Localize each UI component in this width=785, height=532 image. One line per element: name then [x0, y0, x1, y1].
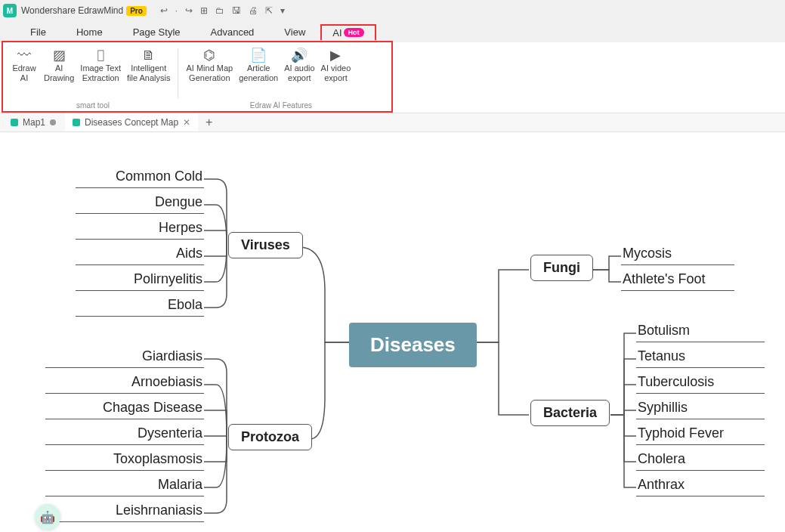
close-icon[interactable]: ✕	[183, 117, 190, 128]
menu-bar: File Home Page Style Advanced View AI Ho…	[0, 21, 785, 42]
new-icon[interactable]: ⊞	[200, 5, 208, 16]
ribbon-group1-label: smart tool	[3, 101, 183, 110]
leaf-polirnyelitis[interactable]: Polirnyelitis	[76, 270, 204, 291]
menu-ai[interactable]: AI Hot	[320, 24, 376, 40]
title-bar: M Wondershare EdrawMind Pro ↩ · ↪ ⊞ 🗀 🖫 …	[0, 0, 785, 21]
leaf-common-cold[interactable]: Common Cold	[76, 167, 204, 188]
menu-home[interactable]: Home	[61, 23, 118, 41]
doc-icon	[73, 119, 80, 126]
ribbon-video-export[interactable]: ▶AI videoexport	[318, 45, 354, 101]
leaf-syphillis[interactable]: Syphillis	[636, 398, 765, 419]
ribbon-image-text[interactable]: ⌷Image TextExtraction	[77, 45, 124, 101]
audio-icon: 🔊	[291, 47, 308, 63]
tab-label: Diseases Concept Map	[85, 117, 178, 128]
export-icon[interactable]: ⇱	[265, 5, 273, 16]
tab-map1[interactable]: Map1	[3, 113, 63, 131]
topic-viruses[interactable]: Viruses	[228, 232, 303, 258]
leaf-dengue[interactable]: Dengue	[76, 193, 204, 214]
ai-assistant-button[interactable]: 🤖	[35, 504, 60, 530]
menu-advanced[interactable]: Advanced	[196, 23, 270, 41]
article-icon: 📄	[250, 47, 267, 63]
leaf-malaria[interactable]: Malaria	[45, 475, 204, 496]
undo-icon[interactable]: ↩	[160, 5, 168, 16]
leaf-botulism[interactable]: Botulism	[636, 321, 765, 342]
leaf-ebola[interactable]: Ebola	[76, 295, 204, 317]
mindmap-icon: ⌬	[203, 47, 215, 63]
ribbon-ai-drawing[interactable]: ▨AIDrawing	[41, 45, 77, 101]
menu-view[interactable]: View	[269, 23, 320, 41]
topic-fungi[interactable]: Fungi	[530, 255, 593, 281]
video-icon: ▶	[330, 47, 341, 63]
leaf-tetanus[interactable]: Tetanus	[636, 347, 765, 368]
ribbon-mind-map-gen[interactable]: ⌬AI Mind MapGeneration	[183, 45, 236, 101]
leaf-giardiasis[interactable]: Giardiasis	[45, 347, 204, 368]
leaf-typhoid[interactable]: Typhoid Fever	[636, 424, 765, 445]
app-logo-icon: M	[3, 4, 17, 17]
leaf-aids[interactable]: Aids	[76, 244, 204, 265]
open-icon[interactable]: 🗀	[215, 5, 224, 16]
ribbon-article-gen[interactable]: 📄Articlegeneration	[236, 45, 281, 101]
app-name: Wondershare EdrawMind	[21, 5, 123, 16]
tab-diseases[interactable]: Diseases Concept Map ✕	[65, 113, 198, 131]
ribbon-audio-export[interactable]: 🔊AI audioexport	[281, 45, 317, 101]
leaf-chagas[interactable]: Chagas Disease	[45, 398, 204, 419]
menu-file[interactable]: File	[15, 23, 61, 41]
ribbon: 〰EdrawAI ▨AIDrawing ⌷Image TextExtractio…	[3, 42, 391, 101]
pro-badge: Pro	[126, 6, 147, 16]
leaf-anthrax[interactable]: Anthrax	[636, 475, 765, 496]
save-icon[interactable]: 🖫	[232, 5, 241, 16]
leaf-athletes-foot[interactable]: Athlete's Foot	[621, 270, 734, 291]
mindmap-canvas[interactable]: Common Cold Dengue Herpes Aids Polirnyel…	[0, 132, 785, 532]
separator-icon: ·	[175, 5, 178, 16]
document-tabs: Map1 Diseases Concept Map ✕ +	[0, 113, 785, 132]
tab-label: Map1	[23, 117, 45, 128]
leaf-leishrnaniasis[interactable]: Leishrnaniasis	[45, 501, 204, 522]
file-icon: 🗎	[142, 47, 156, 63]
menu-page-style[interactable]: Page Style	[118, 23, 196, 41]
ribbon-highlight: 〰EdrawAI ▨AIDrawing ⌷Image TextExtractio…	[2, 41, 393, 113]
topic-bacteria[interactable]: Bacteria	[530, 400, 610, 426]
menu-ai-label: AI	[332, 27, 342, 39]
leaf-toxoplasmosis[interactable]: Toxoplasmosis	[45, 450, 204, 471]
wave-icon: 〰	[17, 47, 31, 63]
new-tab-button[interactable]: +	[199, 116, 218, 129]
drawing-icon: ▨	[53, 47, 66, 63]
central-topic[interactable]: Diseases	[349, 323, 477, 367]
topic-protozoa[interactable]: Protozoa	[228, 424, 312, 450]
ribbon-group-labels: smart tool Edraw AI Features	[3, 101, 391, 111]
unsaved-dot-icon	[50, 119, 56, 125]
redo-icon[interactable]: ↪	[185, 5, 193, 16]
ocr-icon: ⌷	[97, 47, 105, 63]
ribbon-group2-label: Edraw AI Features	[183, 101, 379, 110]
print-icon[interactable]: 🖨	[249, 5, 258, 16]
hot-badge: Hot	[344, 28, 364, 37]
leaf-tuberculosis[interactable]: Tuberculosis	[636, 373, 765, 394]
doc-icon	[11, 119, 18, 126]
more-icon[interactable]: ▾	[280, 5, 285, 16]
quick-access-toolbar: ↩ · ↪ ⊞ 🗀 🖫 🖨 ⇱ ▾	[160, 5, 285, 16]
leaf-mycosis[interactable]: Mycosis	[621, 244, 734, 265]
ribbon-file-analysis[interactable]: 🗎Intelligentfile Analysis	[124, 45, 173, 101]
leaf-arnoebiasis[interactable]: Arnoebiasis	[45, 373, 204, 394]
leaf-herpes[interactable]: Herpes	[76, 218, 204, 240]
ribbon-separator	[178, 48, 178, 98]
ribbon-edraw-ai[interactable]: 〰EdrawAI	[8, 45, 41, 101]
leaf-cholera[interactable]: Cholera	[636, 450, 765, 471]
leaf-dysenteria[interactable]: Dysenteria	[45, 424, 204, 445]
robot-icon: 🤖	[40, 510, 55, 524]
